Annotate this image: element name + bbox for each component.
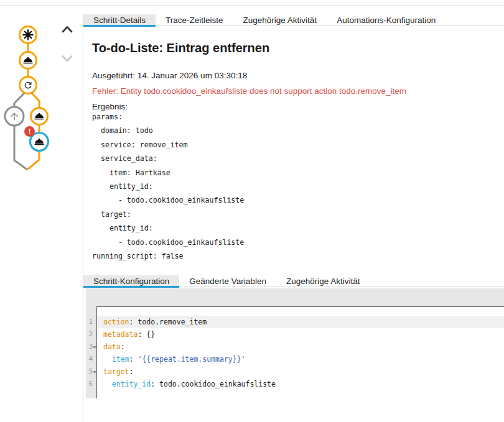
- tab-zugehoerige-aktivitaet-sub[interactable]: Zugehörige Aktivität: [276, 275, 370, 287]
- previous-node-button[interactable]: [63, 27, 72, 32]
- sidebar-divider: [83, 14, 83, 422]
- sub-tabbar: Schritt-Konfiguration Geänderte Variable…: [83, 275, 504, 287]
- line-number: 1: [86, 316, 96, 328]
- trace-node-service-call-1[interactable]: [20, 52, 37, 69]
- tab-automations-konfiguration[interactable]: Automations-Konfiguration: [327, 14, 446, 25]
- line-number: 3: [86, 341, 96, 353]
- code-line[interactable]: item: '{{repeat.item.summary}}': [97, 353, 504, 365]
- code-line[interactable]: target:: [97, 365, 504, 378]
- trace-node-repeat[interactable]: [20, 77, 37, 94]
- line-number: 5: [86, 365, 96, 378]
- tab-schritt-details[interactable]: Schritt-Details: [83, 14, 156, 25]
- tab-schritt-konfiguration[interactable]: Schritt-Konfiguration: [83, 275, 179, 287]
- tab-trace-zeitleiste[interactable]: Trace-Zeitleiste: [156, 14, 233, 25]
- trace-node-arrow-up[interactable]: [5, 107, 24, 126]
- main-tabbar: Schritt-Details Trace-Zeitleiste Zugehör…: [83, 14, 504, 26]
- asterisk-icon: [24, 30, 33, 40]
- trace-graph: [0, 0, 83, 422]
- result-yaml: params: domain: todo service: remove_ite…: [92, 110, 244, 263]
- line-number: 2: [86, 328, 96, 341]
- executed-timestamp: Ausgeführt: 14. Januar 2026 um 03:30:18: [92, 68, 247, 83]
- trace-node-service-call-2[interactable]: [31, 108, 48, 125]
- editor-gutter: 1 2 3 4 5 6: [86, 307, 96, 398]
- error-badge-icon: !: [24, 126, 35, 137]
- trace-node-trigger[interactable]: [20, 27, 37, 44]
- code-line[interactable]: data:: [97, 341, 504, 353]
- line-number: 4: [86, 353, 96, 365]
- line-number: 6: [86, 378, 96, 390]
- tab-zugehoerige-aktivitaet[interactable]: Zugehörige Aktivität: [233, 14, 327, 25]
- code-line[interactable]: entity_id: todo.cookidoo_einkaufsliste: [97, 378, 504, 390]
- tab-geaenderte-variablen[interactable]: Geänderte Variablen: [179, 275, 276, 287]
- step-config-editor: 1 2 3 4 5 6 action: todo.remove_item met…: [86, 288, 504, 398]
- code-line[interactable]: metadata: {}: [97, 328, 504, 341]
- next-node-button[interactable]: [63, 57, 72, 62]
- error-message: Fehler: Entity todo.cookidoo_einkaufslis…: [92, 83, 406, 99]
- page-title: To-do-Liste: Eintrag entfernen: [92, 41, 269, 55]
- yaml-code-editor[interactable]: action: todo.remove_item metadata: {} da…: [96, 306, 504, 398]
- code-line[interactable]: action: todo.remove_item: [97, 316, 504, 328]
